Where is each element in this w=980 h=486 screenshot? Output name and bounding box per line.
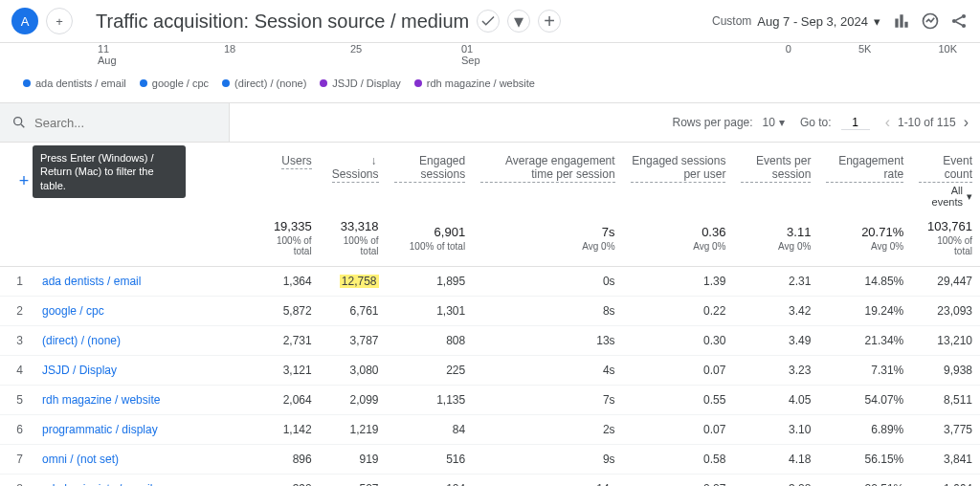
chevron-down-icon: ▾ — [967, 190, 972, 203]
date-range-text: Aug 7 - Sep 3, 2024 — [757, 14, 868, 29]
cell-engagement-rate: 20.51% — [818, 475, 911, 487]
cell-users: 1,364 — [256, 267, 320, 297]
col-sessions[interactable]: ↓Sessions — [320, 143, 387, 213]
cell-avg-engagement: 14s — [473, 475, 622, 487]
cell-sessions: 6,761 — [320, 297, 387, 326]
add-comparison-button[interactable]: + — [538, 10, 561, 33]
cell-event-count: 13,210 — [911, 326, 980, 356]
cell-engagement-rate: 56.15% — [818, 445, 911, 475]
pager-range: 1-10 of 115 — [898, 116, 956, 129]
cell-engaged-per-user: 0.30 — [623, 326, 734, 356]
search-icon — [11, 115, 27, 130]
col-avg-engagement[interactable]: Average engagement time per session — [473, 143, 622, 213]
summary-row: 19,335100% of total 33,318100% of total … — [0, 213, 980, 267]
cell-engaged-sessions: 808 — [387, 326, 474, 356]
cell-engaged-per-user: 0.22 — [623, 297, 734, 326]
table-row[interactable]: 3(direct) / (none)2,7313,78780813s0.303.… — [0, 326, 980, 356]
table-row[interactable]: 4JSJD / Display3,1213,0802254s0.073.237.… — [0, 356, 980, 386]
legend-dot-icon — [222, 79, 230, 87]
row-dimension[interactable]: rdh magazine / website — [27, 386, 256, 415]
legend-item[interactable]: rdh magazine / website — [414, 77, 535, 89]
search-input[interactable] — [34, 116, 217, 130]
cell-avg-engagement: 7s — [473, 386, 622, 415]
cell-avg-engagement: 8s — [473, 297, 622, 326]
sort-descending-icon: ↓ — [371, 154, 377, 167]
row-dimension[interactable]: ada dentists / email — [27, 267, 256, 297]
table-row[interactable]: 2google / cpc5,8726,7611,3018s0.223.4219… — [0, 297, 980, 326]
y-tick: 5K — [858, 43, 871, 55]
cell-engagement-rate: 6.89% — [818, 415, 911, 445]
cell-avg-engagement: 9s — [473, 445, 622, 475]
cell-event-count: 8,511 — [911, 386, 980, 415]
add-dimension-button[interactable]: + — [15, 171, 33, 191]
cell-events-per-session: 3.10 — [733, 415, 818, 445]
table-row[interactable]: 1ada dentists / email1,36412,7581,8950s1… — [0, 267, 980, 297]
dropdown-title-button[interactable]: ▾ — [507, 10, 530, 33]
cell-event-count: 9,938 — [911, 356, 980, 386]
cell-event-count: 23,093 — [911, 297, 980, 326]
bar-chart-icon[interactable] — [892, 11, 911, 31]
legend-item[interactable]: ada dentists / email — [23, 77, 126, 89]
row-index: 7 — [0, 445, 27, 475]
check-circle-icon — [479, 12, 497, 30]
col-events-per-session[interactable]: Events per session — [733, 143, 818, 213]
cell-engagement-rate: 14.85% — [818, 267, 911, 297]
page-title: Traffic acquisition: Session source / me… — [96, 11, 469, 33]
legend-label: rdh magazine / website — [427, 77, 535, 89]
row-dimension[interactable]: (direct) / (none) — [27, 326, 256, 356]
pager-next-button[interactable]: › — [964, 114, 969, 131]
table-row[interactable]: 6programmatic / display1,1421,219842s0.0… — [0, 415, 980, 445]
row-dimension[interactable]: google / cpc — [27, 297, 256, 326]
cell-event-count: 29,447 — [911, 267, 980, 297]
cell-engaged-sessions: 1,135 — [387, 386, 474, 415]
cell-events-per-session: 3.49 — [733, 326, 818, 356]
avatar[interactable]: A — [11, 8, 38, 34]
legend-item[interactable]: (direct) / (none) — [222, 77, 306, 89]
cell-avg-engagement: 4s — [473, 356, 622, 386]
cell-users: 390 — [256, 475, 320, 487]
cell-sessions: 3,080 — [320, 356, 387, 386]
cell-engagement-rate: 7.31% — [818, 356, 911, 386]
row-dimension[interactable]: omni / (not set) — [27, 445, 256, 475]
insights-icon[interactable] — [921, 11, 940, 31]
col-users[interactable]: Users — [256, 143, 320, 213]
col-event-count[interactable]: Event count All events▾ — [911, 143, 980, 213]
row-dimension[interactable]: ada hygienists / email — [27, 475, 256, 487]
date-range-picker[interactable]: Custom Aug 7 - Sep 3, 2024 ▾ — [712, 14, 880, 29]
cell-users: 896 — [256, 445, 320, 475]
goto-input[interactable] — [841, 116, 870, 130]
legend-item[interactable]: google / cpc — [140, 77, 209, 89]
pager-prev-button[interactable]: ‹ — [885, 114, 890, 131]
y-tick: 10K — [938, 43, 957, 55]
row-dimension[interactable]: programmatic / display — [27, 415, 256, 445]
cell-events-per-session: 3.28 — [733, 475, 818, 487]
event-filter-dropdown[interactable]: All events▾ — [919, 185, 972, 208]
share-icon[interactable] — [949, 11, 969, 31]
cell-events-per-session: 3.23 — [733, 356, 818, 386]
cell-event-count: 3,775 — [911, 415, 980, 445]
table-row[interactable]: 5rdh magazine / website2,0642,0991,1357s… — [0, 386, 980, 415]
svg-point-4 — [14, 118, 22, 125]
cell-engagement-rate: 54.07% — [818, 386, 911, 415]
row-index: 3 — [0, 326, 27, 356]
search-box[interactable]: Press Enter (Windows) / Return (Mac) to … — [0, 103, 230, 142]
add-tab-button[interactable]: + — [46, 8, 73, 34]
cell-engaged-sessions: 516 — [387, 445, 474, 475]
rows-per-page-select[interactable]: 10 ▾ — [763, 116, 785, 129]
cell-engaged-per-user: 0.07 — [623, 356, 734, 386]
cell-engaged-per-user: 1.39 — [623, 267, 734, 297]
legend-label: (direct) / (none) — [234, 77, 306, 89]
cell-event-count: 1,664 — [911, 475, 980, 487]
cell-events-per-session: 3.42 — [733, 297, 818, 326]
table-row[interactable]: 7omni / (not set)8969195169s0.584.1856.1… — [0, 445, 980, 475]
col-engaged-per-user[interactable]: Engaged sessions per user — [623, 143, 734, 213]
table-row[interactable]: 8ada hygienists / email39050710414s0.273… — [0, 475, 980, 487]
cell-avg-engagement: 13s — [473, 326, 622, 356]
row-dimension[interactable]: JSJD / Display — [27, 356, 256, 386]
legend-label: google / cpc — [152, 77, 209, 89]
col-engagement-rate[interactable]: Engagement rate — [818, 143, 911, 213]
cell-avg-engagement: 2s — [473, 415, 622, 445]
edit-title-button[interactable] — [477, 10, 500, 33]
legend-item[interactable]: JSJD / Display — [320, 77, 401, 89]
col-engaged-sessions[interactable]: Engaged sessions — [387, 143, 474, 213]
